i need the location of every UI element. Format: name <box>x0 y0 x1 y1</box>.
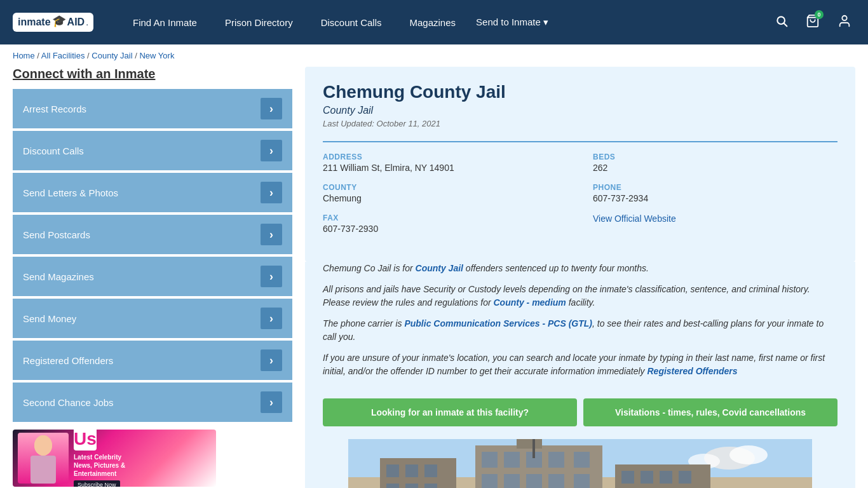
svg-point-6 <box>34 435 52 456</box>
arrow-icon: › <box>261 140 282 161</box>
facility-photo-svg <box>305 439 855 488</box>
address-block: ADDRESS 211 William St, Elmira, NY 14901 <box>323 152 567 173</box>
svg-point-10 <box>729 445 768 464</box>
sidebar-item-label: Send Magazines <box>23 271 94 282</box>
sidebar-item-label: Discount Calls <box>23 146 84 156</box>
svg-rect-14 <box>405 464 418 477</box>
ad-logo: Us <box>74 430 97 451</box>
nav-links: Find An Inmate Prison Directory Discount… <box>119 0 771 44</box>
svg-rect-29 <box>574 474 590 488</box>
facility-card: Chemung County Jail County Jail Last Upd… <box>305 67 855 262</box>
svg-rect-25 <box>482 474 498 488</box>
nav-find-inmate[interactable]: Find An Inmate <box>119 0 211 44</box>
visitations-button[interactable]: Visitations - times, rules, Covid cancel… <box>583 398 837 426</box>
ad-banner[interactable]: Us Latest CelebrityNews, Pictures &Enter… <box>13 430 216 487</box>
fax-block: FAX 607-737-2930 <box>323 214 567 234</box>
svg-rect-23 <box>548 452 564 468</box>
ad-person-svg <box>24 433 62 484</box>
breadcrumb-all-facilities[interactable]: All Facilities <box>41 51 85 60</box>
arrow-icon: › <box>261 349 282 371</box>
logo[interactable]: inmate 🎓 AID . <box>13 13 93 32</box>
county-jail-link[interactable]: County Jail <box>416 263 463 273</box>
svg-rect-36 <box>532 439 535 458</box>
beds-value: 262 <box>593 163 837 173</box>
arrow-icon: › <box>261 391 282 413</box>
phone-label: PHONE <box>593 183 837 192</box>
sidebar-item-label: Second Chance Jobs <box>23 397 114 408</box>
svg-point-3 <box>842 15 846 20</box>
address-label: ADDRESS <box>323 152 567 161</box>
svg-rect-21 <box>504 452 520 468</box>
fax-value: 607-737-2930 <box>323 224 567 234</box>
user-button[interactable] <box>834 10 855 35</box>
desc-paragraph-1: Chemung Co Jail is for County Jail offen… <box>323 262 837 275</box>
desc-paragraph-2: All prisons and jails have Security or C… <box>323 283 837 309</box>
content-area: Chemung County Jail County Jail Last Upd… <box>305 67 855 488</box>
last-updated: Last Updated: October 11, 2021 <box>323 119 837 128</box>
county-medium-link[interactable]: County - medium <box>493 297 566 308</box>
desc-paragraph-3: The phone carrier is Public Communicatio… <box>323 317 837 344</box>
svg-rect-27 <box>526 474 542 488</box>
sidebar-menu: Arrest Records › Discount Calls › Send L… <box>13 89 292 422</box>
sidebar-item-send-magazines[interactable]: Send Magazines › <box>13 257 292 296</box>
address-value: 211 William St, Elmira, NY 14901 <box>323 163 567 173</box>
svg-rect-16 <box>386 484 399 488</box>
svg-rect-33 <box>641 471 653 484</box>
nav-icons: 0 <box>771 10 855 35</box>
sidebar-item-label: Send Postcards <box>23 229 90 240</box>
facility-name: Chemung County Jail <box>323 82 837 102</box>
svg-rect-20 <box>482 452 498 468</box>
sidebar-item-discount-calls[interactable]: Discount Calls › <box>13 131 292 170</box>
svg-rect-18 <box>424 484 437 488</box>
breadcrumb-home[interactable]: Home <box>13 51 35 60</box>
sidebar-item-arrest-records[interactable]: Arrest Records › <box>13 89 292 128</box>
breadcrumb-new-york[interactable]: New York <box>139 51 174 60</box>
search-button[interactable] <box>771 11 792 34</box>
sidebar-title: Connect with an Inmate <box>13 67 292 81</box>
nav-prison-directory[interactable]: Prison Directory <box>211 0 307 44</box>
sidebar-item-label: Send Money <box>23 313 76 324</box>
sidebar-item-registered-offenders[interactable]: Registered Offenders › <box>13 341 292 380</box>
website-block: View Official Website <box>593 214 837 234</box>
main-container: Connect with an Inmate Arrest Records › … <box>0 67 868 488</box>
county-value: Chemung <box>323 193 567 203</box>
nav-magazines[interactable]: Magazines <box>396 0 470 44</box>
facility-type: County Jail <box>323 105 837 116</box>
fax-label: FAX <box>323 214 567 222</box>
svg-rect-28 <box>548 474 564 488</box>
sidebar-item-label: Send Letters & Photos <box>23 187 118 198</box>
cart-button[interactable]: 0 <box>802 10 824 35</box>
svg-rect-34 <box>660 471 672 484</box>
ad-description: Latest CelebrityNews, Pictures &Entertai… <box>74 453 211 478</box>
svg-rect-13 <box>386 464 399 477</box>
desc-paragraph-4: If you are unsure of your inmate's locat… <box>323 351 837 378</box>
view-official-website-link[interactable]: View Official Website <box>593 214 676 224</box>
cart-badge: 0 <box>815 10 824 19</box>
sidebar-item-label: Arrest Records <box>23 104 86 114</box>
arrow-icon: › <box>261 98 282 119</box>
svg-rect-32 <box>621 471 634 484</box>
arrow-icon: › <box>261 266 282 287</box>
sidebar: Connect with an Inmate Arrest Records › … <box>13 67 292 488</box>
breadcrumb-county-jail[interactable]: County Jail <box>92 51 132 60</box>
find-inmate-button[interactable]: Looking for an inmate at this facility? <box>323 398 577 426</box>
arrow-icon: › <box>261 224 282 245</box>
sidebar-item-send-money[interactable]: Send Money › <box>13 299 292 338</box>
pcs-gtl-link[interactable]: Public Communication Services - PCS (GTL… <box>404 318 592 329</box>
sidebar-item-label: Registered Offenders <box>23 355 113 366</box>
svg-rect-17 <box>405 484 418 488</box>
ad-subscribe-label[interactable]: Subscribe Now <box>74 480 120 487</box>
sidebar-item-send-postcards[interactable]: Send Postcards › <box>13 215 292 254</box>
beds-label: BEDS <box>593 152 837 161</box>
phone-value: 607-737-2934 <box>593 193 837 203</box>
beds-block: BEDS 262 <box>593 152 837 173</box>
nav-discount-calls[interactable]: Discount Calls <box>307 0 396 44</box>
svg-rect-35 <box>679 471 691 484</box>
sidebar-item-second-chance-jobs[interactable]: Second Chance Jobs › <box>13 383 292 422</box>
county-label: COUNTY <box>323 183 567 192</box>
sidebar-item-send-letters[interactable]: Send Letters & Photos › <box>13 173 292 212</box>
svg-rect-15 <box>424 464 437 477</box>
registered-offenders-link[interactable]: Registered Offenders <box>647 366 737 376</box>
nav-send-to-inmate[interactable]: Send to Inmate ▾ <box>470 0 555 44</box>
svg-rect-5 <box>31 456 56 484</box>
